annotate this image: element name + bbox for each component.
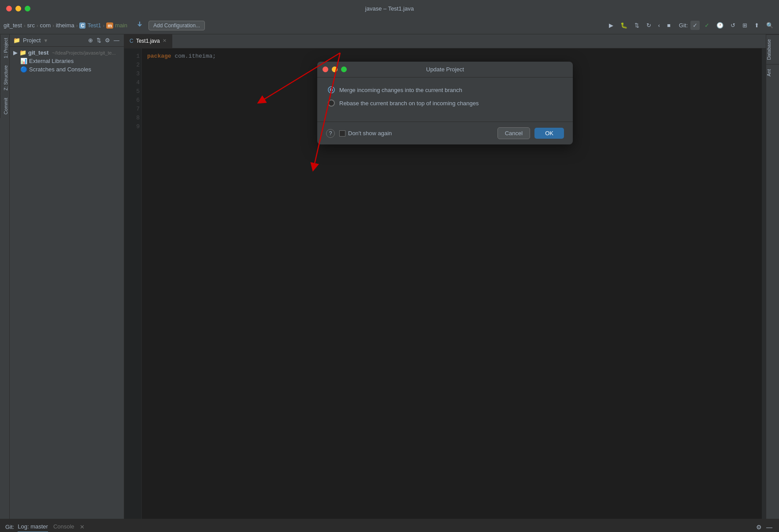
tab-label: Test1.java [136, 38, 160, 44]
left-vertical-tabs: 1: Project Z: Structure Commit [0, 34, 10, 519]
breadcrumb-sep1: › [24, 23, 26, 28]
tree-label-external-libs: External Libraries [29, 58, 74, 64]
tree-item-external-libs[interactable]: 📊 External Libraries [10, 57, 124, 65]
dialog-option-merge[interactable]: Merge incoming changes into the current … [328, 86, 562, 93]
breadcrumb-com[interactable]: com [40, 22, 51, 29]
search-button[interactable]: 🔍 [764, 21, 775, 30]
dialog-footer: ? Don't show again Cancel OK [317, 122, 573, 144]
folder-icon: 📁 [19, 49, 26, 56]
dialog-titlebar-buttons [323, 66, 347, 72]
breadcrumb-src[interactable]: src [27, 22, 35, 29]
dialog-cancel-button[interactable]: Cancel [497, 127, 530, 139]
tree-label-git-test: git_test [28, 49, 48, 56]
run-button[interactable]: ▶ [607, 21, 616, 30]
stop-button[interactable]: ■ [665, 21, 673, 30]
dialog-title: Update Project [426, 66, 464, 73]
bottom-hide-button[interactable]: — [765, 522, 774, 532]
panel-dropdown-icon[interactable]: ▼ [43, 38, 48, 43]
project-tree: ▶ 📁 git_test ~/IdeaProjects/javase/git_t… [10, 47, 124, 519]
dialog-close-btn[interactable] [323, 66, 328, 72]
tree-item-git-test[interactable]: ▶ 📁 git_test ~/IdeaProjects/javase/git_t… [10, 48, 124, 57]
editor-tabs: C Test1.java ✕ [124, 34, 766, 48]
tab-close-button[interactable]: ✕ [163, 38, 167, 44]
tree-label-scratches: Scratches and Consoles [29, 66, 91, 73]
git-history-button[interactable]: 🕐 [714, 21, 726, 30]
git-arrow-button[interactable] [134, 19, 146, 31]
bottom-panel: Git: Log: master Console ✕ ⚙ — + ✓ 🗑 ↑ ★… [0, 519, 779, 532]
main-layout: 1: Project Z: Structure Commit 📁 Project… [0, 34, 779, 519]
bottom-actions: ⚙ — [755, 522, 774, 532]
badge-c: C [79, 22, 85, 29]
bottom-settings-button[interactable]: ⚙ [755, 522, 763, 532]
dialog-max-btn[interactable] [341, 66, 347, 72]
dialog-ok-button[interactable]: OK [534, 128, 564, 139]
badge-m: m [106, 22, 113, 29]
git-green-check[interactable]: ✓ [702, 21, 712, 30]
bottom-tab-console[interactable]: Console [53, 521, 74, 532]
panel-settings-button[interactable]: ⚙ [104, 36, 111, 44]
radio-merge[interactable] [328, 86, 335, 93]
git-browse-button[interactable]: ⊞ [740, 21, 749, 30]
maximize-button[interactable] [25, 6, 30, 11]
bottom-tab-log[interactable]: Log: master [18, 521, 48, 532]
project-tab[interactable]: 1: Project [0, 34, 9, 62]
dialog-option-rebase[interactable]: Rebase the current branch on top of inco… [328, 100, 562, 107]
tree-expand-icon: ▶ [13, 49, 18, 56]
editor-content: 1 2 3 4 5 6 7 8 9 package com.itheima; [124, 48, 766, 519]
dialog-overlay: Update Project Merge incoming changes in… [124, 48, 766, 519]
panel-hide-button[interactable]: — [113, 36, 120, 44]
dialog-option-merge-text: Merge incoming changes into the current … [339, 87, 462, 93]
dialog-help-button[interactable]: ? [326, 129, 335, 138]
dialog-option-rebase-text: Rebase the current branch on top of inco… [339, 100, 479, 107]
dialog-min-btn[interactable] [332, 66, 338, 72]
external-libs-icon: 📊 [20, 58, 27, 64]
git-push-button[interactable]: ⬆ [752, 21, 761, 30]
dialog-body: Merge incoming changes into the current … [317, 78, 573, 122]
breadcrumb-itheima[interactable]: itheima [56, 22, 74, 29]
tree-item-scratches[interactable]: 🔵 Scratches and Consoles [10, 65, 124, 74]
project-panel: 📁 Project ▼ ⊕ ⇅ ⚙ — ▶ 📁 git_test ~/IdeaP… [10, 34, 124, 519]
refresh-button[interactable]: ↻ [644, 21, 653, 30]
breadcrumb: git_test › src › com › itheima › C Test1… [4, 22, 127, 29]
panel-scroll-button[interactable]: ⇅ [96, 36, 102, 44]
breadcrumb-main[interactable]: main [115, 22, 127, 29]
bottom-tab-close[interactable]: ✕ [80, 524, 85, 530]
dialog-dont-show-label[interactable]: Don't show again [339, 130, 392, 137]
radio-merge-inner [330, 88, 333, 92]
structure-tab[interactable]: Z: Structure [0, 62, 9, 94]
window-title: javase – Test1.java [365, 5, 414, 12]
breadcrumb-git-test[interactable]: git_test [4, 22, 22, 29]
dialog-dont-show-checkbox[interactable] [339, 130, 345, 137]
database-tab[interactable]: Database [766, 34, 779, 64]
radio-rebase[interactable] [328, 100, 335, 107]
ant-tab[interactable]: Ant [766, 64, 779, 81]
breadcrumb-sep3: › [52, 23, 54, 28]
add-configuration-button[interactable]: Add Configuration... [148, 21, 205, 30]
editor-area: C Test1.java ✕ 1 2 3 4 5 6 7 8 9 package… [124, 34, 766, 519]
close-button[interactable] [6, 6, 12, 11]
update-button[interactable]: ⇅ [632, 21, 642, 30]
window-buttons [6, 6, 30, 11]
tree-sublabel-path: ~/IdeaProjects/javase/git_te... [52, 50, 116, 55]
breadcrumb-sep4: › [76, 23, 78, 28]
panel-locate-button[interactable]: ⊕ [87, 36, 94, 44]
breadcrumb-test1[interactable]: Test1 [87, 22, 101, 29]
editor-tab-test1[interactable]: C Test1.java ✕ [124, 34, 172, 48]
git-checkmark-button[interactable]: ✓ [690, 21, 700, 30]
dialog-dont-show-text: Don't show again [348, 130, 392, 137]
main-toolbar: git_test › src › com › itheima › C Test1… [0, 17, 779, 34]
update-project-dialog: Update Project Merge incoming changes in… [317, 62, 573, 144]
git-label: Git: [679, 22, 688, 29]
scratches-icon: 🔵 [20, 66, 27, 73]
git-undo-button[interactable]: ↺ [728, 21, 738, 30]
title-bar: javase – Test1.java [0, 0, 779, 17]
tab-file-icon: C [130, 38, 134, 44]
breadcrumb-sep5: › [103, 23, 104, 28]
panel-title: Project [23, 37, 41, 44]
back-button[interactable]: ‹ [656, 21, 662, 30]
right-sidebar: Database Ant [766, 34, 779, 519]
debug-button[interactable]: 🐛 [618, 21, 630, 30]
minimize-button[interactable] [15, 6, 21, 11]
bottom-toolbar: Git: Log: master Console ✕ ⚙ — [0, 519, 779, 532]
commit-tab[interactable]: Commit [0, 94, 9, 118]
